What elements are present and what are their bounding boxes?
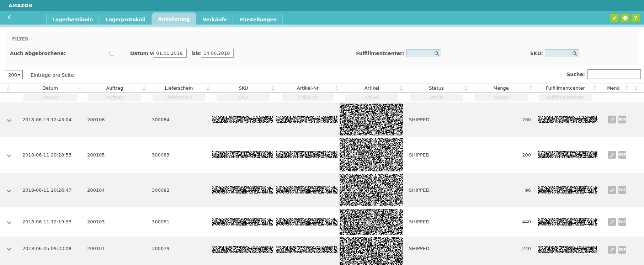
filter-auftrag-input[interactable]: Auftrag — [88, 94, 141, 101]
expand-row-icon[interactable] — [7, 246, 11, 251]
table-header-row: Datum Auftrag Lieferschein SKU Artikel-N… — [0, 84, 644, 92]
filter-sku-input[interactable]: SKU — [217, 94, 270, 101]
entries-per-page-label: Einträge pro Seite — [31, 72, 74, 78]
tab-verkaeufe[interactable]: Verkäufe — [197, 14, 233, 25]
cell-lieferschein: 300082 — [147, 173, 211, 207]
redacted-sku-image — [212, 116, 273, 123]
tab-einstellungen[interactable]: Einstellungen — [234, 14, 283, 25]
tab-anlieferung[interactable]: Anlieferung — [152, 12, 196, 25]
redacted-sku-image — [212, 186, 273, 194]
cell-auftrag: 200104 — [83, 173, 147, 207]
redacted-artikel-nr-image — [276, 218, 337, 226]
back-button[interactable] — [9, 16, 12, 20]
cell-datum: 2018-06-05 09:33:08 — [18, 237, 83, 265]
header-artikel[interactable]: Artikel — [340, 84, 404, 92]
pencil-icon — [610, 247, 614, 252]
tab-lagerbestaende[interactable]: Lagerbestände — [46, 14, 99, 25]
cell-datum: 2018-06-11 20:26:47 — [18, 173, 83, 207]
row-pdf-button[interactable]: PDF — [618, 246, 626, 254]
help-button[interactable]: ? — [631, 14, 640, 22]
bis-label: bis: — [192, 49, 202, 58]
row-pdf-button[interactable]: PDF — [618, 151, 626, 159]
filter-artikel-input[interactable]: Artikel — [345, 94, 398, 101]
sort-icon — [7, 86, 10, 90]
filter-lieferschein-input[interactable]: Lieferschein — [153, 94, 205, 101]
header-extra[interactable] — [629, 84, 644, 92]
cell-datum: 2018-06-13 12:43:04 — [18, 102, 83, 137]
row-edit-button[interactable] — [608, 151, 616, 159]
row-edit-button[interactable] — [608, 246, 616, 254]
header-expand[interactable] — [0, 84, 18, 92]
filter-panel: FILTER Auch abgebrochene: Datum von: bis… — [5, 31, 639, 65]
header-accent-strip — [0, 25, 644, 27]
filter-menge-input[interactable]: Menge — [474, 94, 527, 101]
header-lieferschein[interactable]: Lieferschein — [147, 84, 211, 92]
header-artikel-nr[interactable]: Artikel-Nr — [276, 84, 340, 92]
redacted-artikel-image — [340, 237, 403, 265]
sku-search-input[interactable] — [545, 49, 579, 57]
redacted-artikel-nr-image — [276, 186, 337, 194]
abgebrochene-checkbox[interactable] — [110, 51, 114, 55]
redacted-artikel-image — [340, 174, 403, 206]
column-filter-row: Datum Auftrag Lieferschein SKU Artikel-N… — [0, 92, 644, 102]
question-mark-icon: ? — [634, 15, 637, 21]
header-datum[interactable]: Datum — [18, 84, 83, 92]
tab-lagerprotokoll[interactable]: Lagerprotokoll — [100, 14, 151, 25]
expand-row-icon[interactable] — [7, 117, 11, 122]
sort-icon — [272, 86, 274, 90]
filter-fulfillmentcenter-input[interactable]: Fulfillmentcenter — [539, 94, 592, 101]
app-title: AMAZON — [9, 3, 32, 8]
row-pdf-button[interactable]: PDF — [618, 116, 626, 123]
redacted-artikel-nr-image — [276, 151, 337, 158]
row-pdf-button[interactable]: PDF — [618, 218, 626, 226]
table-row: 2018-06-11 20:26:47 200104 300082 SHIPPE… — [0, 173, 644, 207]
page-size-select[interactable]: 200 — [5, 70, 23, 79]
filter-datum-input[interactable]: Datum — [23, 94, 76, 101]
filter-status-input[interactable]: Status — [410, 94, 463, 101]
row-pdf-button[interactable]: PDF — [618, 186, 626, 194]
pencil-icon — [612, 15, 617, 21]
expand-row-icon[interactable] — [7, 153, 11, 157]
row-edit-button[interactable] — [608, 218, 616, 226]
app-header: AMAZON — [0, 0, 644, 11]
pencil-icon — [610, 188, 614, 192]
datum-von-input[interactable] — [154, 49, 187, 58]
redacted-fulfillmentcenter-image — [538, 218, 597, 226]
table-row: 2018-06-13 12:43:04 200106 300084 SHIPPE… — [0, 102, 644, 137]
expand-row-icon[interactable] — [7, 219, 11, 224]
pager-row: 200 Einträge pro Seite Suche: — [0, 65, 644, 84]
cell-menge: 200 — [469, 102, 533, 137]
redacted-artikel-nr-image — [276, 246, 337, 253]
header-fulfillmentcenter[interactable]: Fulfillmentcenter — [533, 84, 597, 92]
header-menu[interactable]: Menü — [597, 84, 629, 92]
nav-tabs: Lagerbestände Lagerprotokoll Anlieferung… — [46, 12, 283, 25]
table-search-input[interactable] — [587, 69, 641, 79]
cell-menge: 240 — [469, 237, 533, 265]
header-auftrag[interactable]: Auftrag — [83, 84, 147, 92]
row-edit-button[interactable] — [608, 186, 616, 194]
cell-menge: 440 — [469, 207, 533, 237]
header-status[interactable]: Status — [404, 84, 469, 92]
fulfillmentcenter-search-input[interactable] — [406, 49, 441, 57]
header-sku[interactable]: SKU — [211, 84, 276, 92]
cell-status: SHIPPED — [404, 207, 469, 237]
fulfillmentcenter-label: Fulfillmentcenter: — [343, 49, 404, 58]
filter-artikel-nr-input[interactable]: Artikel-Nr — [282, 94, 334, 101]
row-edit-button[interactable] — [608, 116, 616, 123]
cell-status: SHIPPED — [404, 102, 469, 137]
sort-icon — [530, 86, 531, 90]
sort-icon — [143, 86, 145, 90]
sort-icon — [594, 86, 595, 90]
cell-auftrag: 200106 — [83, 102, 147, 137]
header-menge[interactable]: Menge — [469, 84, 533, 92]
expand-row-icon[interactable] — [7, 188, 11, 192]
print-button[interactable] — [621, 14, 629, 22]
redacted-fulfillmentcenter-image — [538, 246, 597, 253]
redacted-fulfillmentcenter-image — [538, 151, 597, 158]
redacted-sku-image — [212, 218, 273, 226]
edit-button[interactable] — [610, 14, 619, 22]
sort-icon — [626, 86, 627, 90]
abgebrochene-label: Auch abgebrochene: — [10, 49, 66, 58]
datum-bis-input[interactable] — [201, 49, 234, 58]
printer-icon — [622, 15, 628, 21]
